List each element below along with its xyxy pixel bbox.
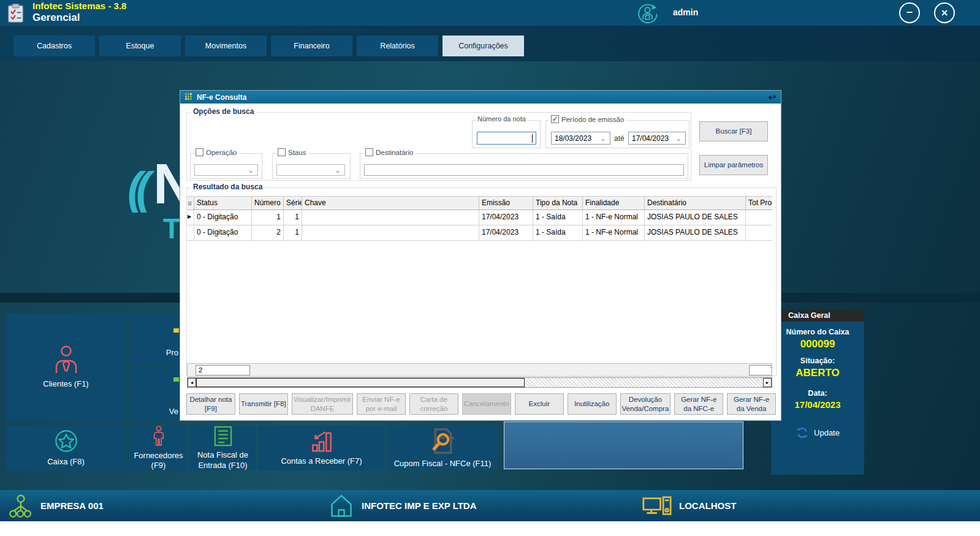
inutilizacao-button[interactable]: Inutilização [568,393,617,415]
date-from-value: 18/03/2023 [555,134,591,143]
user-switch-icon[interactable] [636,2,659,25]
menu-cadastros[interactable]: Cadastros [13,36,95,56]
tile-produtos-partial[interactable]: Pro [130,314,180,366]
cell-serie: 1 [284,225,302,240]
date-to-value: 17/04/2023 [632,134,669,143]
chevron-down-icon [335,166,341,175]
tile-caixa[interactable]: Caixa (F8) [6,426,126,470]
col-serie[interactable]: Série [284,197,302,209]
cell-status: 0 - Digitação [194,210,252,225]
transmitir-button[interactable]: Transmitir [F8] [239,393,288,415]
network-icon [9,494,33,518]
table-row[interactable]: 0 - Digitação 1 1 17/04/2023 1 - Saída 1… [187,210,772,225]
tile-label: Cupom Fiscal - NFCe (F11) [394,459,492,469]
cell-finalidade: 1 - NF-e Normal [583,210,645,225]
cash-number-value: 000099 [800,338,835,350]
close-button[interactable] [934,2,955,23]
numero-nota-input[interactable] [477,132,536,145]
clients-person-icon [52,345,80,376]
periodo-emissao-group: Período de emissão 18/03/2023 até 17/04/… [545,120,689,148]
nfce-search-icon: NFC-e [430,427,455,455]
scrollbar-track[interactable] [525,378,763,387]
scroll-right-arrow[interactable] [763,378,772,387]
highlighted-tile-placeholder[interactable] [504,421,743,469]
col-numero[interactable]: Número [252,197,284,209]
buscar-button[interactable]: Buscar [F3] [699,121,768,142]
tile-clientes[interactable]: Clientes (F1) [6,314,126,421]
caixa-geral-panel: Caixa Geral Número do Caixa 000099 Situa… [771,309,864,475]
statusbar-host: LOCALHOST [642,490,736,521]
tile-contas-receber[interactable]: Contas a Receber (F7) [258,426,385,470]
dialog-title: NF-e Consulta [197,93,246,102]
scroll-left-arrow[interactable] [188,378,196,387]
staus-checkbox[interactable] [278,148,286,156]
destinatario-input[interactable] [364,164,684,176]
operacao-select[interactable] [194,164,258,176]
empresa-label: EMPRESA 001 [40,500,104,511]
excluir-button[interactable]: Excluir [515,393,564,415]
table-header-row: Status Número Série Chave Emissão Tipo d… [187,196,772,210]
date-to-select[interactable]: 17/04/2023 [628,132,686,145]
total-produtos-box: 77,0 [749,365,772,376]
visualizar-danfe-button: Visualizar/Imprimir DANFE [292,393,353,415]
gerar-nfe-venda-button[interactable]: Gerar NF-e da Venda [727,393,776,415]
dialog-titlebar[interactable]: NF-e Consulta [180,91,781,104]
menu-estoque[interactable]: Estoque [99,36,181,56]
horizontal-scrollbar[interactable] [187,377,772,388]
operacao-label: Operação [206,149,237,156]
tile-label: Fornecedores (F9) [130,451,187,471]
bottom-white-strip [0,521,980,536]
tile-label: Caixa (F8) [47,457,85,467]
detalhar-nota-button[interactable]: Detalhar nota [F9] [186,393,235,415]
undo-icon[interactable] [768,92,776,102]
limpar-parametros-button[interactable]: Limpar parâmetros [699,155,768,175]
gerar-nfe-nfce-button[interactable]: Gerar NF-e da NFC-e [674,393,723,415]
cell-tot [746,210,772,225]
destinatario-checkbox[interactable] [365,148,373,156]
devolucao-button[interactable]: Devolução Venda/Compra [620,393,671,415]
col-chave[interactable]: Chave [302,197,479,209]
date-from-select[interactable]: 18/03/2023 [551,132,610,145]
app-subtitle: Gerencial [32,12,80,24]
table-row[interactable]: 0 - Digitação 2 1 17/04/2023 1 - Saída 1… [187,225,772,241]
minimize-button[interactable] [899,2,920,23]
tile-nota-fiscal-entrada[interactable]: Nota Fiscal de Entrada (F10) [190,426,256,470]
col-emissao[interactable]: Emissão [479,197,533,209]
row-selector-header-icon [187,197,194,209]
cash-date-label: Data: [808,389,827,398]
menu-relatorios[interactable]: Relatórios [357,36,438,56]
tile-cupom-fiscal[interactable]: NFC-e Cupom Fiscal - NFCe (F11) [387,426,498,470]
tile-label: Nota Fiscal de Entrada (F10) [190,450,256,470]
menu-financeiro[interactable]: Financeiro [271,36,352,56]
app-title: Infotec Sistemas - 3.8 [32,1,126,11]
cell-finalidade: 1 - NF-e Normal [583,225,645,240]
staus-select[interactable] [276,164,345,176]
tile-label-fragment: Ve [169,407,178,416]
menu-configuracoes[interactable]: Configurações [443,36,524,56]
col-finalidade[interactable]: Finalidade [583,197,645,209]
operacao-checkbox[interactable] [196,148,203,156]
home-icon [329,493,354,519]
col-status[interactable]: Status [194,197,252,209]
col-destinatario[interactable]: Destinatário [645,197,746,209]
update-button[interactable]: Update [796,427,840,439]
scrollbar-thumb[interactable] [196,378,525,387]
menu-movimentos[interactable]: Movimentos [185,36,267,56]
nfe-consulta-dialog: NF-e Consulta Opções de busca Número da … [180,90,781,421]
tile-fornecedores[interactable]: Fornecedores (F9) [130,426,187,470]
row-selector-cell [187,225,194,240]
text-caret [532,134,533,143]
refresh-icon [796,427,809,439]
menubar: Cadastros Estoque Movimentos Financeiro … [0,26,980,61]
logo-arcs: (( [127,164,145,213]
tile-vendas-partial[interactable]: Ve [130,368,180,421]
staus-label: Staus [288,149,306,156]
statusbar-empresa: EMPRESA 001 [9,490,104,521]
tile-label: Clientes (F1) [43,379,88,389]
tile-label: Contas a Receber (F7) [281,456,362,466]
periodo-checkbox[interactable] [551,115,559,123]
cash-number-label: Número do Caixa [786,328,849,336]
col-tipo[interactable]: Tipo da Nota [533,197,583,209]
destinatario-group: Destinatário [360,153,688,179]
col-tot-produ[interactable]: Tot Produ [746,197,772,209]
